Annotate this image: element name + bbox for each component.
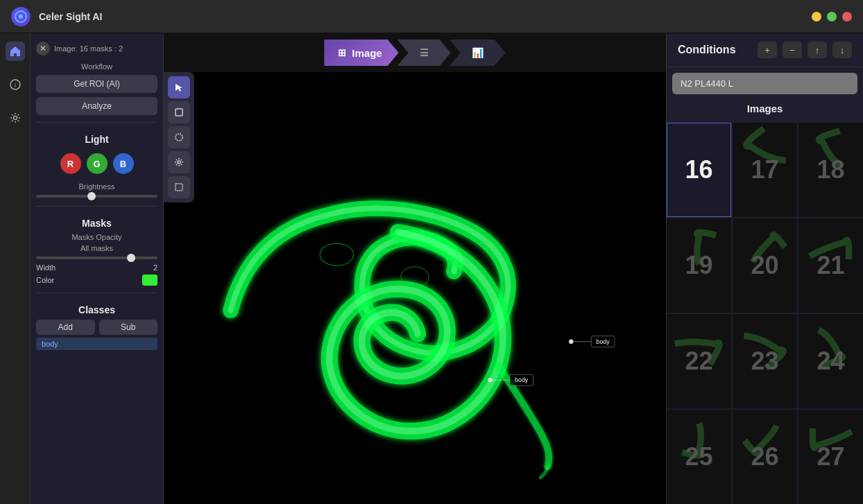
image-info: ✕ Image: 16 masks : 2 [36, 39, 157, 58]
top-toolbar: ⊞ Image ☰ 📊 [164, 33, 666, 72]
all-masks-label: All masks [36, 244, 157, 252]
brightness-thumb[interactable] [87, 192, 96, 200]
tab-step3[interactable]: 📊 [450, 40, 506, 66]
workflow-label: Workflow [36, 62, 157, 71]
image-number-17: 17 [751, 155, 778, 184]
tab-step2-icon: ☰ [420, 47, 429, 58]
svg-rect-9 [176, 184, 182, 191]
sidebar-icons: i [0, 33, 31, 504]
sub-class-button[interactable]: Sub [99, 320, 158, 335]
conditions-controls: + − ↑ ↓ [758, 42, 852, 58]
channel-g-button[interactable]: G [87, 153, 108, 174]
brightness-slider-row: Brightness [36, 182, 157, 199]
masks-opacity-label: Masks Opacity [36, 233, 157, 241]
svg-point-4 [13, 116, 17, 120]
image-number-24: 24 [817, 347, 844, 376]
left-panel: ✕ Image: 16 masks : 2 Workflow Get ROI (… [31, 33, 164, 504]
tab-step2[interactable]: ☰ [398, 40, 451, 66]
image-cell-17[interactable]: 17 [733, 123, 797, 217]
tab-image-label: Image [352, 47, 382, 59]
svg-point-7 [176, 134, 182, 141]
image-number-22: 22 [685, 347, 712, 376]
conditions-add-button[interactable]: + [758, 42, 777, 58]
masks-section: Masks Opacity All masks Width 2 Color [36, 233, 157, 286]
class-tag-body[interactable]: body [36, 338, 157, 350]
channel-buttons: R G B [36, 153, 157, 174]
add-class-button[interactable]: Add [36, 320, 95, 335]
add-sub-row: Add Sub [36, 320, 157, 335]
close-image-button[interactable]: ✕ [36, 42, 50, 55]
content-area: ⊞ Image ☰ 📊 [164, 33, 666, 504]
brightness-track[interactable] [36, 195, 157, 198]
image-number-21: 21 [817, 251, 844, 280]
image-cell-20[interactable]: 20 [733, 218, 797, 313]
masks-section-title: Masks [36, 218, 157, 229]
analyze-button[interactable]: Analyze [36, 97, 157, 115]
app-logo [11, 7, 31, 26]
conditions-remove-button[interactable]: − [783, 42, 802, 58]
tab-pipeline: ⊞ Image ☰ 📊 [324, 40, 505, 66]
image-cell-26[interactable]: 26 [733, 410, 797, 504]
minimize-button[interactable] [812, 12, 821, 21]
tab-image[interactable]: ⊞ Image [324, 40, 398, 66]
image-number-25: 25 [685, 442, 712, 471]
lasso-tool-button[interactable] [168, 126, 190, 148]
image-number-18: 18 [817, 155, 844, 184]
classes-section: Add Sub body [36, 320, 157, 350]
conditions-down-button[interactable]: ↓ [832, 42, 852, 58]
select-tool-button[interactable] [168, 76, 190, 98]
image-number-23: 23 [751, 347, 778, 376]
width-label: Width [36, 263, 55, 272]
svg-text:body: body [597, 338, 610, 345]
brightness-label: Brightness [36, 182, 157, 191]
conditions-up-button[interactable]: ↑ [808, 42, 827, 58]
image-number-26: 26 [751, 442, 778, 471]
opacity-track[interactable] [36, 257, 157, 259]
sidebar-settings-icon[interactable] [6, 108, 25, 128]
channel-b-button[interactable]: B [113, 153, 134, 174]
tool-palette [164, 72, 194, 202]
worm-canvas: body body [164, 72, 666, 504]
close-button[interactable] [842, 12, 852, 21]
channel-r-button[interactable]: R [60, 153, 81, 174]
condition-item-0[interactable]: N2 PL4440 L [672, 73, 857, 94]
light-section-title: Light [36, 134, 157, 145]
image-cell-16[interactable]: 16 [667, 123, 731, 217]
sidebar-home-icon[interactable] [6, 42, 25, 61]
image-number-27: 27 [817, 442, 844, 471]
images-grid: 161718192021222324252627 [667, 123, 863, 504]
conditions-title: Conditions [678, 44, 736, 56]
width-value: 2 [153, 263, 157, 272]
svg-point-18 [320, 243, 353, 266]
images-panel-title: Images [672, 103, 857, 114]
image-cell-19[interactable]: 19 [667, 218, 731, 313]
image-number-19: 19 [685, 251, 712, 280]
sidebar-info-icon[interactable]: i [6, 75, 25, 94]
app-title: Celer Sight AI [39, 11, 803, 22]
worm-svg: body body [164, 72, 666, 504]
image-cell-23[interactable]: 23 [733, 314, 797, 408]
image-cell-21[interactable]: 21 [798, 218, 863, 313]
right-panel: Conditions + − ↑ ↓ N2 PL4440 L Images 16… [666, 33, 863, 504]
rect-tool-button[interactable] [168, 101, 190, 123]
get-roi-button[interactable]: Get ROI (AI) [36, 75, 157, 93]
color-swatch[interactable] [142, 275, 157, 286]
maximize-button[interactable] [827, 12, 837, 21]
titlebar: Celer Sight AI [0, 0, 863, 33]
image-cell-24[interactable]: 24 [798, 314, 863, 408]
image-cell-25[interactable]: 25 [667, 410, 731, 504]
svg-text:body: body [515, 376, 529, 383]
svg-rect-6 [176, 109, 182, 116]
color-label: Color [36, 276, 54, 284]
image-cell-22[interactable]: 22 [667, 314, 731, 408]
svg-point-1 [19, 15, 23, 19]
box-select-tool-button[interactable] [168, 176, 190, 198]
image-cell-18[interactable]: 18 [798, 123, 863, 217]
settings-tool-button[interactable] [168, 151, 190, 173]
classes-section-title: Classes [36, 304, 157, 315]
canvas-area: body body [164, 72, 666, 504]
opacity-thumb[interactable] [127, 254, 135, 262]
width-row: Width 2 [36, 263, 157, 272]
color-row: Color [36, 275, 157, 286]
image-cell-27[interactable]: 27 [798, 410, 863, 504]
